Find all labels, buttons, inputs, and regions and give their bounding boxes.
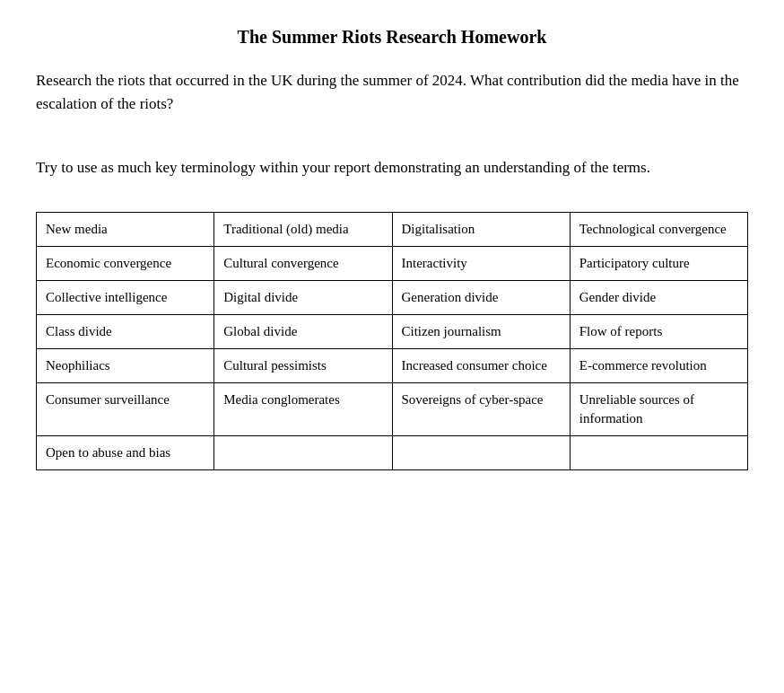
table-cell-2-1: Digital divide bbox=[214, 280, 392, 314]
table-row: Class divideGlobal divideCitizen journal… bbox=[37, 314, 748, 348]
table-row: Consumer surveillanceMedia conglomerates… bbox=[37, 382, 748, 435]
table-cell-1-0: Economic convergence bbox=[37, 246, 214, 280]
table-cell-6-1 bbox=[214, 435, 392, 469]
table-cell-0-3: Technological convergence bbox=[570, 212, 747, 246]
table-cell-0-2: Digitalisation bbox=[392, 212, 570, 246]
table-cell-6-2 bbox=[392, 435, 570, 469]
table-row: New mediaTraditional (old) mediaDigitali… bbox=[37, 212, 748, 246]
table-cell-5-2: Sovereigns of cyber-space bbox=[392, 382, 570, 435]
table-cell-5-3: Unreliable sources of information bbox=[570, 382, 747, 435]
table-row: Open to abuse and bias bbox=[37, 435, 748, 469]
table-cell-5-0: Consumer surveillance bbox=[37, 382, 214, 435]
table-cell-4-3: E-commerce revolution bbox=[570, 348, 747, 382]
terminology-table: New mediaTraditional (old) mediaDigitali… bbox=[36, 212, 748, 470]
page-title: The Summer Riots Research Homework bbox=[36, 27, 748, 48]
description-paragraph-1: Research the riots that occurred in the … bbox=[36, 69, 748, 115]
table-cell-1-2: Interactivity bbox=[392, 246, 570, 280]
table-cell-4-2: Increased consumer choice bbox=[392, 348, 570, 382]
table-row: NeophiliacsCultural pessimistsIncreased … bbox=[37, 348, 748, 382]
table-cell-4-1: Cultural pessimists bbox=[214, 348, 392, 382]
table-cell-2-3: Gender divide bbox=[570, 280, 747, 314]
table-cell-2-2: Generation divide bbox=[392, 280, 570, 314]
table-cell-3-2: Citizen journalism bbox=[392, 314, 570, 348]
table-cell-0-0: New media bbox=[37, 212, 214, 246]
table-cell-6-3 bbox=[570, 435, 747, 469]
table-row: Collective intelligenceDigital divideGen… bbox=[37, 280, 748, 314]
table-cell-3-0: Class divide bbox=[37, 314, 214, 348]
table-cell-0-1: Traditional (old) media bbox=[214, 212, 392, 246]
table-cell-2-0: Collective intelligence bbox=[37, 280, 214, 314]
table-cell-1-1: Cultural convergence bbox=[214, 246, 392, 280]
table-cell-6-0: Open to abuse and bias bbox=[37, 435, 214, 469]
description-paragraph-2: Try to use as much key terminology withi… bbox=[36, 156, 748, 180]
table-cell-5-1: Media conglomerates bbox=[214, 382, 392, 435]
table-cell-4-0: Neophiliacs bbox=[37, 348, 214, 382]
table-row: Economic convergenceCultural convergence… bbox=[37, 246, 748, 280]
table-cell-3-3: Flow of reports bbox=[570, 314, 747, 348]
table-cell-1-3: Participatory culture bbox=[570, 246, 747, 280]
table-cell-3-1: Global divide bbox=[214, 314, 392, 348]
